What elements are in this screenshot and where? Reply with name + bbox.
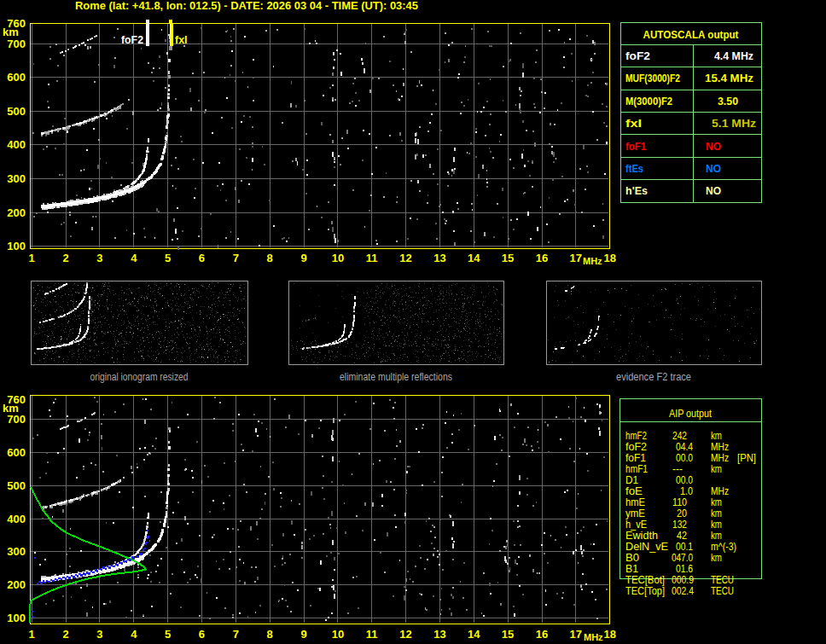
svg-text:3: 3 — [96, 252, 102, 264]
svg-text:700: 700 — [7, 413, 26, 426]
svg-text:5.1 MHz: 5.1 MHz — [712, 117, 757, 130]
svg-text:ftEs: ftEs — [625, 162, 643, 175]
svg-text:[PN]: [PN] — [737, 451, 756, 464]
svg-text:TECU: TECU — [711, 584, 734, 597]
svg-text:Rome (lat: +41.8, lon: 012.5): Rome (lat: +41.8, lon: 012.5) - DATE: 20… — [75, 0, 418, 12]
svg-text:18: 18 — [603, 628, 615, 641]
svg-text:7: 7 — [233, 628, 239, 641]
svg-text:200: 200 — [7, 578, 26, 591]
svg-text:original ionogram resized: original ionogram resized — [90, 371, 189, 383]
svg-text:12: 12 — [399, 628, 411, 641]
svg-text:AUTOSCALA output: AUTOSCALA output — [643, 28, 740, 41]
svg-text:8: 8 — [266, 628, 272, 641]
svg-text:700: 700 — [7, 38, 26, 50]
svg-text:eliminate multiple reflections: eliminate multiple reflections — [340, 371, 452, 383]
svg-text:5: 5 — [165, 628, 171, 641]
svg-text:fxI: fxI — [625, 117, 642, 130]
svg-text:100: 100 — [7, 240, 26, 252]
svg-text:km: km — [711, 551, 722, 564]
svg-text:12: 12 — [399, 252, 411, 264]
svg-text:17: 17 — [570, 252, 582, 264]
svg-text:15: 15 — [502, 252, 514, 264]
svg-text:11: 11 — [366, 252, 378, 264]
svg-text:6: 6 — [199, 252, 205, 264]
svg-text:15.4 MHz: 15.4 MHz — [705, 72, 754, 84]
svg-text:16: 16 — [536, 628, 548, 641]
svg-text:km: km — [711, 462, 722, 475]
svg-text:6: 6 — [199, 628, 205, 641]
svg-text:foF1: foF1 — [625, 140, 646, 153]
svg-text:10: 10 — [332, 628, 344, 641]
svg-text:4.4 MHz: 4.4 MHz — [714, 49, 753, 62]
svg-text:100: 100 — [7, 612, 26, 624]
svg-text:4: 4 — [131, 252, 137, 264]
svg-text:300: 300 — [7, 172, 26, 185]
svg-text:11: 11 — [366, 628, 378, 641]
svg-text:2: 2 — [62, 252, 68, 264]
svg-text:2: 2 — [62, 628, 68, 641]
svg-text:3.50: 3.50 — [718, 95, 738, 107]
svg-text:NO: NO — [706, 140, 721, 153]
svg-text:200: 200 — [7, 206, 26, 219]
svg-text:foF2: foF2 — [625, 49, 650, 62]
svg-text:foF2: foF2 — [121, 34, 143, 46]
svg-text:14: 14 — [468, 628, 480, 641]
svg-text:NO: NO — [706, 184, 721, 197]
svg-text:5: 5 — [165, 252, 171, 264]
svg-text:400: 400 — [7, 513, 26, 525]
svg-text:600: 600 — [7, 446, 26, 459]
svg-text:13: 13 — [433, 628, 445, 641]
svg-text:MHz: MHz — [583, 256, 602, 266]
svg-text:km: km — [3, 26, 19, 38]
svg-text:14: 14 — [468, 252, 480, 264]
svg-text:1: 1 — [29, 628, 35, 641]
svg-text:18: 18 — [603, 252, 615, 264]
svg-text:MHz: MHz — [584, 632, 603, 642]
svg-text:17: 17 — [570, 628, 582, 641]
svg-text:MUF(3000)F2: MUF(3000)F2 — [625, 72, 680, 84]
svg-text:1: 1 — [29, 252, 35, 264]
svg-text:600: 600 — [7, 71, 26, 84]
svg-text:evidence F2 trace: evidence F2 trace — [616, 371, 691, 383]
svg-text:002.4: 002.4 — [672, 584, 694, 597]
svg-text:3: 3 — [96, 628, 102, 641]
svg-text:300: 300 — [7, 545, 26, 558]
svg-text:TEC[Top]: TEC[Top] — [625, 584, 665, 597]
svg-text:M(3000)F2: M(3000)F2 — [625, 95, 672, 107]
svg-text:15: 15 — [502, 628, 514, 641]
svg-text:AIP output: AIP output — [669, 407, 712, 420]
svg-text:h'Es: h'Es — [625, 184, 648, 197]
svg-text:13: 13 — [433, 252, 445, 264]
svg-text:10: 10 — [332, 252, 344, 264]
svg-text:500: 500 — [7, 105, 26, 118]
svg-text:NO: NO — [706, 162, 721, 175]
svg-text:4: 4 — [131, 628, 137, 641]
svg-text:400: 400 — [7, 138, 26, 151]
svg-text:9: 9 — [300, 628, 306, 641]
svg-text:km: km — [3, 402, 19, 415]
svg-text:7: 7 — [233, 252, 239, 264]
svg-text:500: 500 — [7, 479, 26, 492]
svg-text:16: 16 — [536, 252, 548, 264]
svg-text:8: 8 — [266, 252, 272, 264]
svg-text:9: 9 — [300, 252, 306, 264]
svg-text:fxI: fxI — [175, 34, 188, 46]
